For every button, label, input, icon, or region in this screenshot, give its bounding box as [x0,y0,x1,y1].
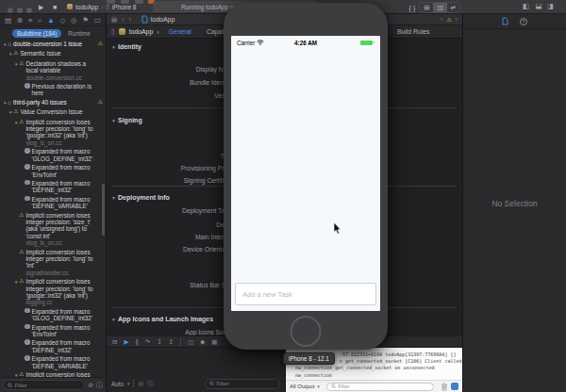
console-pane-toggle-button[interactable] [451,383,458,390]
tab-general[interactable]: General [163,28,197,35]
issue-filter-input[interactable] [14,383,80,388]
section-identity: Identity [118,43,142,50]
disclosure-icon[interactable]: ▼ [111,44,116,50]
variables-filter-field[interactable] [205,379,280,389]
issue-row[interactable]: ▼⚠Semantic Issue [0,49,106,58]
show-values-icon[interactable]: ◎ [138,380,143,387]
version-editor-button[interactable]: ⇄ [447,3,459,12]
disclosure-icon[interactable]: ▼ [111,195,116,201]
issue-text: Expanded from macro 'GLOG_DEFINE_int32' [32,148,97,162]
assistant-editor-button[interactable]: ◫ [433,3,446,12]
tab-build-rules[interactable]: Build Rules [391,28,435,35]
find-navigator-icon[interactable]: ⌕ [38,14,42,26]
trash-icon[interactable] [441,383,448,391]
issue-row[interactable]: iExpanded from macro 'EnvToInt' [0,323,106,339]
breakpoint-navigator-icon[interactable]: ⚑ [82,14,89,26]
outline-toggle-icon[interactable]: ▯ [111,28,115,36]
disclosure-icon[interactable]: ▼ [111,317,116,322]
issue-row[interactable]: iExpanded from macro 'EnvToInt' [0,163,106,179]
home-button[interactable] [291,316,322,347]
warning-icon: ⚠ [19,249,24,255]
toggle-inspector-button[interactable]: ◨ [546,2,555,11]
issue-text: double-conversion 1 issue [13,41,96,47]
add-task-field[interactable] [235,283,376,305]
issue-row[interactable]: ▼⌂double-conversion 1 issue⚠ [0,40,106,49]
issue-row[interactable]: iPrevious declaration is here [0,82,106,98]
issue-list: ▼⌂double-conversion 1 issue⚠▼⚠Semantic I… [0,40,106,377]
info-icon: i [25,180,30,186]
issue-row[interactable]: ▼⌂third-party 40 issues⚠ [0,98,106,107]
step-into-icon[interactable]: ↧ [157,336,161,347]
variables-scope-selector[interactable]: Auto [111,381,124,387]
simulator-screen[interactable]: 4:26 AM Carrier [231,36,380,311]
step-over-icon[interactable]: ↷ [145,336,150,347]
activate-breakpoints-icon[interactable]: ▶ [124,336,128,347]
issue-row[interactable]: ▼⚠Implicit conversion loses integer prec… [0,118,106,148]
issue-navigator-icon[interactable]: ▲ [47,14,54,26]
issue-row[interactable]: iExpanded from macro 'DEFINE_int32' [0,179,106,195]
simulator-window[interactable]: 4:26 AM Carrier [224,3,388,350]
symbol-navigator-icon[interactable]: ≡ [28,14,32,26]
standard-editor-button[interactable]: ▤ [420,3,433,12]
step-out-icon[interactable]: ↥ [169,336,174,347]
file-inspector-icon[interactable] [502,17,508,25]
zoom-window-button[interactable] [26,8,32,13]
back-icon[interactable]: ‹ [122,16,124,23]
code-editor-icon[interactable]: { } [409,4,416,12]
console-filter-input[interactable] [338,384,429,389]
sidebar-filter-bar: ⊘ ⓘ [0,377,106,392]
issue-row[interactable]: ▼⚠Value Conversion Issue [0,107,106,117]
source-control-navigator-icon[interactable]: ⊗ [17,14,23,26]
show-errors-only-icon[interactable]: ⊘ [88,382,93,389]
issue-row[interactable]: iExpanded from macro 'GLOG_DEFINE_int32' [0,147,106,163]
previous-issue-icon[interactable]: ‹ [441,16,442,23]
issue-row[interactable]: iExpanded from macro 'DEFINE_VARIABLE' [0,195,106,211]
debug-navigator-icon[interactable]: ◎ [71,14,77,26]
toggle-navigator-button[interactable]: ◧ [522,2,530,11]
view-hierarchy-icon[interactable]: ◫ [188,336,193,347]
report-navigator-icon[interactable]: ▭ [94,14,101,26]
issue-filter-field[interactable] [3,380,85,390]
forward-icon[interactable]: › [129,16,131,23]
close-window-button[interactable] [8,8,13,13]
warning-icon: ⚠ [19,60,24,67]
runtime-tab[interactable]: Runtime [68,30,90,37]
issue-row[interactable]: ▼⚠Implicit conversion loses integer prec… [0,370,106,377]
console-filter-field[interactable] [326,383,434,391]
run-button[interactable]: ▶ [39,3,43,11]
editor-tab[interactable]: todoApp [136,15,180,24]
info-icon: i [25,83,30,89]
simulate-location-icon[interactable]: ◆ [200,336,205,347]
buildtime-tab[interactable]: Buildtime (184) [12,29,61,38]
hide-debug-area-icon[interactable]: ⊟ [112,336,117,347]
scheme-selector[interactable]: todoApp › ▯ iPhone 8 [67,3,136,10]
issue-row[interactable]: ⚠Implicit conversion loses integer preci… [0,248,106,278]
show-latest-issues-icon[interactable]: ⓘ [96,381,103,390]
project-navigator-icon[interactable]: ▤ [5,14,11,26]
memory-graph-icon[interactable]: ▦ [211,336,217,347]
stop-button[interactable]: ■ [53,3,57,11]
console-scope-selector[interactable]: All Output [290,384,314,389]
issue-row[interactable]: ▼⚠Declaration shadows a local variabledo… [0,59,106,82]
issue-text: Implicit conversion loses integer precis… [25,119,96,147]
issue-row[interactable]: iExpanded from macro 'DEFINE_int32' [0,338,106,354]
section-app-icons: App Icons and Launch Images [118,316,213,322]
disclosure-icon[interactable]: ▼ [111,118,116,123]
variables-filter-input[interactable] [216,381,275,386]
pause-icon[interactable]: ∥ [135,336,138,347]
variables-info-icon[interactable]: ⓘ [147,380,154,388]
quick-help-icon[interactable]: ? [520,18,527,25]
issue-row[interactable]: ▼⚠Implicit conversion loses integer prec… [0,277,106,307]
minimize-window-button[interactable] [17,8,23,13]
toggle-debug-area-button[interactable]: ◧ [533,2,542,10]
issue-row[interactable]: iExpanded from macro 'DEFINE_VARIABLE' [0,354,106,370]
sidebar-scrollbar[interactable] [102,184,105,236]
add-task-input[interactable] [236,285,375,305]
issue-row[interactable]: ⚠Implicit conversion loses integer preci… [0,211,106,248]
test-navigator-icon[interactable]: ◇ [59,14,65,26]
tab-overview-icon[interactable]: ▤ [111,16,117,24]
issue-text: Expanded from macro 'DEFINE_VARIABLE' [32,196,97,210]
issue-row[interactable]: iExpanded from macro 'GLOG_DEFINE_int32' [0,307,106,323]
project-name[interactable]: todoApp [129,28,153,35]
next-issue-icon[interactable]: › [456,16,458,23]
